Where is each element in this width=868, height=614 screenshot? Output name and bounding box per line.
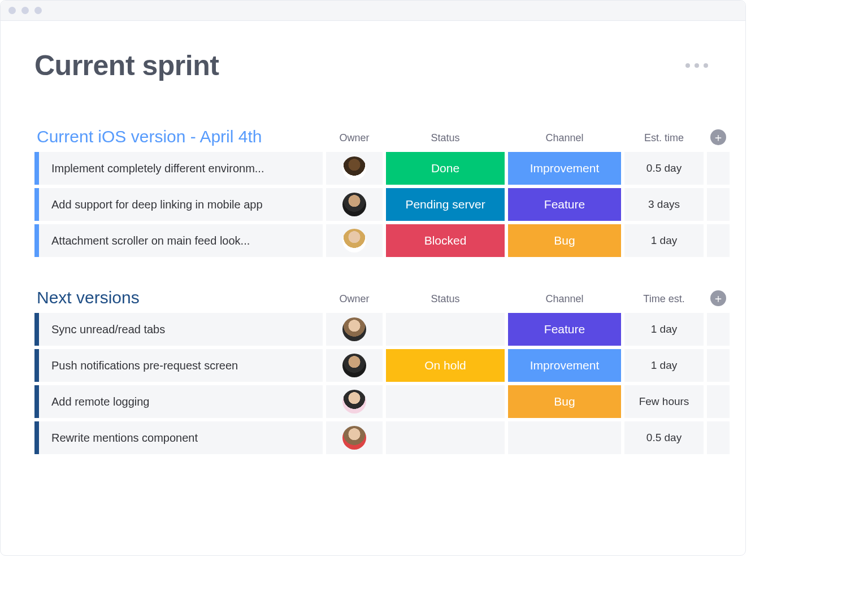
column-header-channel[interactable]: Channel <box>508 293 621 307</box>
channel-label: Improvement <box>530 359 600 372</box>
owner-cell[interactable] <box>326 385 383 418</box>
channel-cell[interactable]: Bug <box>508 224 621 257</box>
task-row[interactable]: Attachment scroller on main feed look...… <box>34 224 711 257</box>
row-trailing-cell[interactable] <box>707 349 730 382</box>
group-title[interactable]: Next versions <box>34 288 323 307</box>
time-cell[interactable]: 1 day <box>624 224 704 257</box>
window-minimize-icon[interactable] <box>21 7 29 14</box>
task-title-cell[interactable]: Attachment scroller on main feed look... <box>34 224 323 257</box>
task-title-cell[interactable]: Push notifications pre-request screen <box>34 349 323 382</box>
group-current-ios: Current iOS version - April 4thOwnerStat… <box>34 127 711 257</box>
time-cell[interactable]: Few hours <box>624 385 704 418</box>
column-header-time[interactable]: Est. time <box>624 132 704 146</box>
owner-cell[interactable] <box>326 421 383 454</box>
status-cell[interactable]: Blocked <box>386 224 505 257</box>
task-title: Sync unread/read tabs <box>51 323 165 336</box>
dot-icon <box>685 63 690 68</box>
row-trailing-cell[interactable] <box>707 224 730 257</box>
time-cell[interactable]: 1 day <box>624 349 704 382</box>
time-cell[interactable]: 1 day <box>624 313 704 346</box>
board-more-menu-button[interactable] <box>682 60 711 71</box>
status-cell[interactable] <box>386 421 505 454</box>
avatar <box>342 193 366 216</box>
task-title-cell[interactable]: Add remote logging <box>34 385 323 418</box>
column-header-time[interactable]: Time est. <box>624 293 704 307</box>
task-row[interactable]: Sync unread/read tabsFeature1 day <box>34 313 711 346</box>
window-traffic-lights <box>8 7 42 14</box>
add-column-button[interactable]: ＋ <box>710 290 726 306</box>
channel-cell[interactable]: Bug <box>508 385 621 418</box>
time-cell[interactable]: 0.5 day <box>624 152 704 185</box>
task-title: Attachment scroller on main feed look... <box>51 234 250 247</box>
status-cell[interactable]: Done <box>386 152 505 185</box>
avatar <box>342 426 366 450</box>
owner-cell[interactable] <box>326 349 383 382</box>
channel-cell[interactable]: Improvement <box>508 152 621 185</box>
channel-cell[interactable]: Improvement <box>508 349 621 382</box>
task-title: Add support for deep linking in mobile a… <box>51 198 263 211</box>
task-row[interactable]: Add remote loggingBugFew hours <box>34 385 711 418</box>
status-cell[interactable] <box>386 313 505 346</box>
groups-container: Current iOS version - April 4thOwnerStat… <box>34 127 711 454</box>
status-label: On hold <box>424 359 466 372</box>
task-title-cell[interactable]: Sync unread/read tabs <box>34 313 323 346</box>
board-content: Current sprint Current iOS version - Apr… <box>1 21 745 454</box>
avatar <box>342 390 366 413</box>
avatar <box>342 354 366 377</box>
group-header: Next versionsOwnerStatusChannelTime est.… <box>34 288 711 307</box>
column-header-status[interactable]: Status <box>386 132 505 146</box>
time-cell[interactable]: 3 days <box>624 188 704 221</box>
channel-label: Feature <box>544 198 585 211</box>
time-label: 0.5 day <box>646 432 682 444</box>
row-trailing-cell[interactable] <box>707 152 730 185</box>
group-header: Current iOS version - April 4thOwnerStat… <box>34 127 711 146</box>
status-cell[interactable] <box>386 385 505 418</box>
page-title: Current sprint <box>34 49 219 82</box>
channel-label: Feature <box>544 323 585 336</box>
channel-cell[interactable]: Feature <box>508 188 621 221</box>
status-label: Pending server <box>405 198 485 211</box>
task-row[interactable]: Rewrite mentions component0.5 day <box>34 421 711 454</box>
channel-cell[interactable] <box>508 421 621 454</box>
status-label: Blocked <box>424 234 467 247</box>
row-trailing-cell[interactable] <box>707 313 730 346</box>
time-label: 3 days <box>648 198 680 211</box>
app-window: Current sprint Current iOS version - Apr… <box>0 0 746 556</box>
status-cell[interactable]: On hold <box>386 349 505 382</box>
avatar <box>342 229 366 252</box>
time-label: 1 day <box>651 234 677 247</box>
column-header-channel[interactable]: Channel <box>508 132 621 146</box>
plus-icon: ＋ <box>713 293 724 304</box>
group-title[interactable]: Current iOS version - April 4th <box>34 127 323 146</box>
column-header-owner[interactable]: Owner <box>326 132 383 146</box>
time-label: 1 day <box>651 359 677 372</box>
window-zoom-icon[interactable] <box>34 7 42 14</box>
time-label: Few hours <box>639 395 689 408</box>
status-cell[interactable]: Pending server <box>386 188 505 221</box>
task-row[interactable]: Implement completely different environm.… <box>34 152 711 185</box>
row-trailing-cell[interactable] <box>707 188 730 221</box>
window-close-icon[interactable] <box>8 7 16 14</box>
row-trailing-cell[interactable] <box>707 385 730 418</box>
task-row[interactable]: Add support for deep linking in mobile a… <box>34 188 711 221</box>
page-header: Current sprint <box>34 49 711 82</box>
owner-cell[interactable] <box>326 224 383 257</box>
column-header-status[interactable]: Status <box>386 293 505 307</box>
column-header-owner[interactable]: Owner <box>326 293 383 307</box>
task-row[interactable]: Push notifications pre-request screenOn … <box>34 349 711 382</box>
add-column-button[interactable]: ＋ <box>710 129 726 145</box>
owner-cell[interactable] <box>326 188 383 221</box>
dot-icon <box>704 63 708 68</box>
owner-cell[interactable] <box>326 313 383 346</box>
channel-label: Improvement <box>530 162 600 175</box>
owner-cell[interactable] <box>326 152 383 185</box>
plus-icon: ＋ <box>713 132 724 143</box>
channel-cell[interactable]: Feature <box>508 313 621 346</box>
row-trailing-cell[interactable] <box>707 421 730 454</box>
dot-icon <box>695 63 699 68</box>
task-title-cell[interactable]: Implement completely different environm.… <box>34 152 323 185</box>
time-cell[interactable]: 0.5 day <box>624 421 704 454</box>
task-title-cell[interactable]: Rewrite mentions component <box>34 421 323 454</box>
time-label: 1 day <box>651 323 677 336</box>
task-title-cell[interactable]: Add support for deep linking in mobile a… <box>34 188 323 221</box>
